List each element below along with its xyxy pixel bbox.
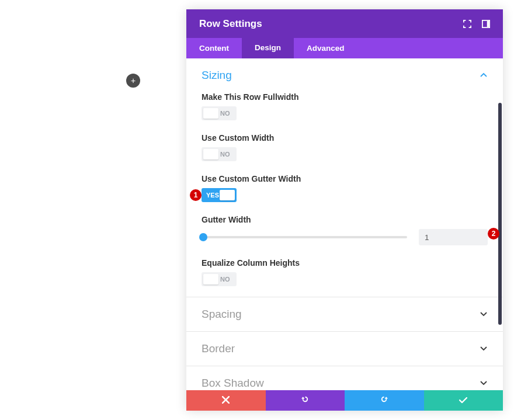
undo-icon [301, 395, 310, 406]
tab-content[interactable]: Content [186, 38, 242, 58]
label-gutter-width: Gutter Width [202, 215, 488, 224]
toggle-text: NO [220, 110, 230, 117]
label-fullwidth: Make This Row Fullwidth [202, 92, 488, 102]
callout-badge-2: 2 [488, 228, 499, 239]
toggle-equalize[interactable]: NO [202, 272, 237, 286]
label-custom-width: Use Custom Width [202, 133, 488, 143]
tab-design[interactable]: Design [242, 38, 294, 58]
callout-badge-1: 1 [190, 189, 202, 201]
toggle-knob [203, 108, 218, 119]
sizing-body: Make This Row Fullwidth NO Use Custom Wi… [186, 92, 503, 297]
gutter-width-slider[interactable] [202, 236, 407, 238]
toggle-custom-gutter[interactable]: YES [202, 188, 237, 202]
panel-footer [186, 390, 503, 411]
redo-icon [380, 395, 388, 406]
add-button[interactable]: + [126, 74, 140, 88]
section-title-spacing: Spacing [202, 308, 242, 321]
section-title-box-shadow: Box Shadow [202, 377, 264, 390]
scroll-area: Sizing Make This Row Fullwidth NO Use Cu… [186, 58, 503, 390]
section-title-sizing: Sizing [202, 69, 232, 82]
toggle-text: YES [206, 192, 219, 199]
toggle-knob [220, 190, 235, 200]
section-border: Border [186, 332, 503, 366]
label-custom-gutter: Use Custom Gutter Width [202, 174, 488, 183]
tab-advanced[interactable]: Advanced [294, 38, 357, 58]
chevron-up-icon [480, 72, 488, 78]
section-header-border[interactable]: Border [186, 332, 503, 366]
label-equalize: Equalize Column Heights [202, 258, 488, 268]
plus-icon: + [131, 76, 136, 85]
section-header-sizing[interactable]: Sizing [186, 58, 503, 92]
option-fullwidth: Make This Row Fullwidth NO [202, 92, 488, 120]
toggle-text: NO [220, 151, 230, 158]
redo-button[interactable] [345, 390, 424, 411]
header-icon-group [463, 20, 490, 28]
option-custom-gutter: Use Custom Gutter Width 1 YES [202, 174, 488, 202]
slider-thumb[interactable] [199, 233, 207, 241]
tab-bar: Content Design Advanced [186, 38, 503, 58]
gutter-width-slider-row: 1 [202, 229, 488, 245]
section-header-box-shadow[interactable]: Box Shadow [186, 366, 503, 390]
toggle-knob [203, 274, 218, 284]
row-settings-panel: Row Settings Content Design Advanced Siz… [186, 9, 503, 411]
cancel-button[interactable] [186, 390, 266, 411]
section-title-border: Border [202, 342, 235, 355]
section-sizing: Sizing Make This Row Fullwidth NO Use Cu… [186, 58, 503, 297]
option-equalize: Equalize Column Heights NO [202, 258, 488, 286]
close-icon [222, 395, 230, 406]
option-custom-width: Use Custom Width NO [202, 133, 488, 161]
section-header-spacing[interactable]: Spacing [186, 297, 503, 331]
toggle-text: NO [220, 276, 230, 283]
chevron-down-icon [480, 380, 488, 386]
toggle-custom-width[interactable]: NO [202, 147, 237, 161]
undo-button[interactable] [266, 390, 345, 411]
chevron-down-icon [480, 311, 488, 317]
toggle-knob [203, 149, 218, 159]
chevron-down-icon [480, 346, 488, 352]
save-button[interactable] [424, 390, 503, 411]
section-box-shadow: Box Shadow [186, 366, 503, 390]
gutter-width-value[interactable]: 1 [419, 229, 488, 245]
section-spacing: Spacing [186, 297, 503, 332]
toggle-fullwidth[interactable]: NO [202, 106, 237, 120]
scrollbar-thumb[interactable] [498, 103, 502, 325]
svg-rect-1 [487, 20, 489, 27]
option-gutter-width: Gutter Width 1 2 [202, 215, 488, 245]
dock-icon[interactable] [482, 20, 490, 28]
expand-icon[interactable] [463, 20, 471, 28]
panel-header: Row Settings [186, 9, 503, 38]
panel-title: Row Settings [199, 18, 262, 30]
check-icon [459, 395, 467, 406]
